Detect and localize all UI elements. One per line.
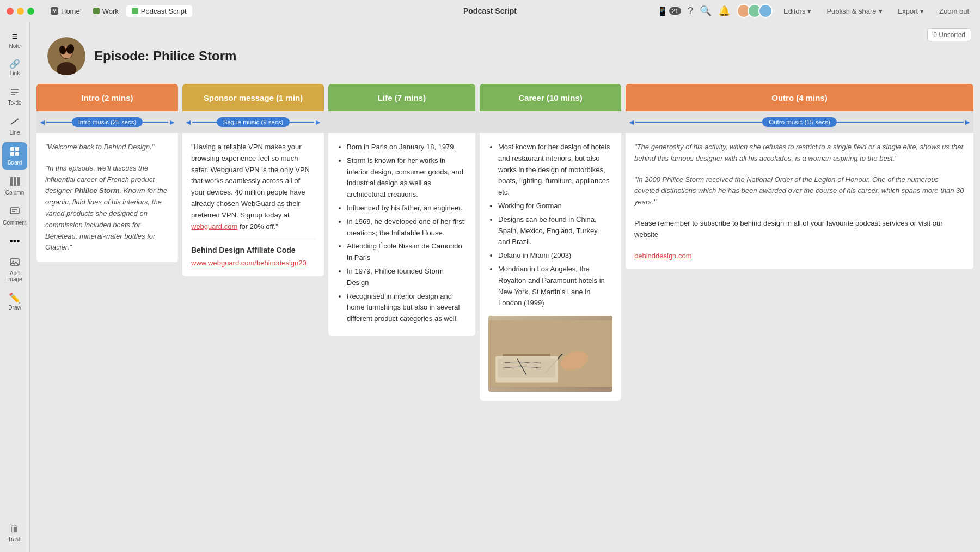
list-item: Mondrian in Los Angeles, the Royalton an… <box>498 264 612 309</box>
tab-podcast[interactable]: Podcast Script <box>126 5 192 17</box>
sidebar-item-trash[interactable]: 🗑 Trash <box>2 519 27 547</box>
col-body-outro: "The generosity of his activity, which s… <box>626 133 973 401</box>
col-header-intro: Intro (2 mins) <box>36 84 178 111</box>
help-icon[interactable]: ? <box>688 5 693 17</box>
list-item: In 1969, he developed one of her first c… <box>347 216 467 239</box>
sponsor-affiliate-title: Behind Design Affiliate Code <box>191 246 315 254</box>
board-icon <box>10 147 20 158</box>
col-header-outro: Outro (4 mins) <box>626 84 973 111</box>
col-body-intro: "Welcome back to Behind Design." "In thi… <box>36 133 178 401</box>
career-body: Most known for her design of hotels and … <box>480 133 621 401</box>
outro-header: Outro (4 mins) <box>626 84 973 111</box>
tl-intro: ◄ Intro music (25 secs) ► <box>36 111 178 133</box>
todo-icon <box>10 87 20 98</box>
comment-icon <box>10 207 20 218</box>
outro-body: "The generosity of his activity, which s… <box>626 133 973 269</box>
titlebar: M Home Work Podcast Script Podcast Scrip… <box>0 0 980 22</box>
sidebar-item-board[interactable]: Board <box>2 142 27 170</box>
sponsor-affiliate-link[interactable]: www.webguard.com/behinddesign20 <box>191 259 307 267</box>
podcast-icon <box>132 8 138 14</box>
tl-outro-arrow-right: ► <box>964 118 971 126</box>
intro-body: "Welcome back to Behind Design." "In thi… <box>36 133 178 262</box>
publish-share-button[interactable]: Publish & share ▾ <box>822 5 886 17</box>
intro-bold: Philice Storm <box>74 186 119 195</box>
outro-cta-link[interactable]: behinddesign.com <box>634 252 692 260</box>
board-inner: Intro (2 mins) Sponsor message (1 min) L… <box>30 84 980 401</box>
sidebar-item-todo[interactable]: To-do <box>2 83 27 110</box>
avatar-3 <box>758 4 773 18</box>
career-image <box>488 316 612 392</box>
tl-intro-label: Intro music (25 secs) <box>72 117 143 127</box>
intro-quote1: "Welcome back to Behind Design." <box>45 142 169 153</box>
draw-icon: ✏️ <box>9 293 21 303</box>
list-item: Attending École Nissim de Camondo in Par… <box>347 241 467 264</box>
svg-rect-27 <box>495 356 558 383</box>
ellipsis-icon: ••• <box>10 236 20 246</box>
tl-intro-arrow-right: ► <box>168 118 176 126</box>
list-item: Recognised in interior design and home f… <box>347 291 467 325</box>
chevron-down-icon-2: ▾ <box>879 7 883 15</box>
outro-quote1: "The generosity of his activity, which s… <box>634 142 965 165</box>
list-item: Born in Paris on January 18, 1979. <box>347 142 467 153</box>
svg-rect-7 <box>15 152 19 156</box>
list-item: Storm is known for her works in interior… <box>347 155 467 201</box>
sidebar-item-ellipsis[interactable]: ••• <box>2 232 27 251</box>
search-icon[interactable]: 🔍 <box>700 5 712 17</box>
traffic-lights <box>7 8 34 15</box>
content-area: 0 Unsorted Episode: Philice Storm <box>30 22 980 552</box>
zoom-button[interactable]: Zoom out <box>935 5 973 17</box>
chevron-down-icon: ▾ <box>807 7 811 15</box>
intro-text2: . Known for the organic, fluid lines of … <box>45 186 167 251</box>
svg-rect-4 <box>10 147 14 151</box>
timeline-row: ◄ Intro music (25 secs) ► ◄ Segue music <box>36 111 973 133</box>
maximize-button[interactable] <box>27 8 34 15</box>
sidebar-item-draw[interactable]: ✏️ Draw <box>2 289 27 315</box>
col-header-sponsor: Sponsor message (1 min) <box>182 84 324 111</box>
outro-quote2: "In 2000 Philice Storm received the Nati… <box>634 174 965 208</box>
outro-cta-text: Please remember to subscribe to behind d… <box>634 218 965 241</box>
export-button[interactable]: Export ▾ <box>893 5 929 17</box>
life-body: Born in Paris on January 18, 1979. Storm… <box>328 133 475 336</box>
bell-icon[interactable]: 🔔 <box>718 5 730 17</box>
sidebar-item-column[interactable]: Column <box>2 172 27 200</box>
tl-career <box>480 111 621 133</box>
note-icon: ≡ <box>12 32 18 41</box>
tl-outro: ◄ Outro music (15 secs) ► <box>626 111 973 133</box>
tl-outro-arrow-left: ◄ <box>628 118 635 126</box>
home-icon: M <box>51 7 58 15</box>
column-icon <box>10 177 20 188</box>
add-image-icon <box>10 257 20 269</box>
sidebar-item-link[interactable]: 🔗 Link <box>2 56 27 81</box>
sidebar-item-add-image[interactable]: Add image <box>2 253 27 287</box>
svg-rect-10 <box>17 177 20 186</box>
tab-home[interactable]: M Home <box>45 5 85 17</box>
career-bullets: Most known for her design of hotels and … <box>488 142 612 309</box>
svg-rect-8 <box>10 177 13 186</box>
sponsor-link[interactable]: webguard.com <box>191 222 237 230</box>
sponsor-body: "Having a reliable VPN makes your browsi… <box>182 133 324 276</box>
svg-line-3 <box>11 119 19 124</box>
sidebar-item-note[interactable]: ≡ Note <box>2 27 27 53</box>
tl-sponsor-label: Segue music (9 secs) <box>217 117 290 127</box>
col-body-career: Most known for her design of hotels and … <box>480 133 621 401</box>
episode-title: Episode: Philice Storm <box>94 48 236 64</box>
link-icon: 🔗 <box>9 60 20 69</box>
editors-button[interactable]: Editors ▾ <box>779 5 816 17</box>
close-button[interactable] <box>7 8 14 15</box>
window-title: Podcast Script <box>463 7 517 15</box>
minimize-button[interactable] <box>17 8 24 15</box>
sidebar-item-line[interactable]: Line <box>2 112 27 140</box>
board-scroll[interactable]: Intro (2 mins) Sponsor message (1 min) L… <box>30 84 980 552</box>
column-bodies-row: "Welcome back to Behind Design." "In thi… <box>36 133 973 401</box>
tl-outro-line-left <box>635 122 762 123</box>
sidebar-item-comment[interactable]: Comment <box>2 202 27 230</box>
list-item: Influenced by his father, an engineer. <box>347 203 467 214</box>
life-header: Life (7 mins) <box>328 84 475 111</box>
work-icon <box>93 8 100 14</box>
tl-sponsor-line-left <box>192 122 217 123</box>
tab-work[interactable]: Work <box>88 5 124 17</box>
chevron-down-icon-3: ▾ <box>920 7 924 15</box>
tl-sponsor-arrow-left: ◄ <box>185 118 192 126</box>
col-body-life: Born in Paris on January 18, 1979. Storm… <box>328 133 475 401</box>
tl-life <box>328 111 475 133</box>
